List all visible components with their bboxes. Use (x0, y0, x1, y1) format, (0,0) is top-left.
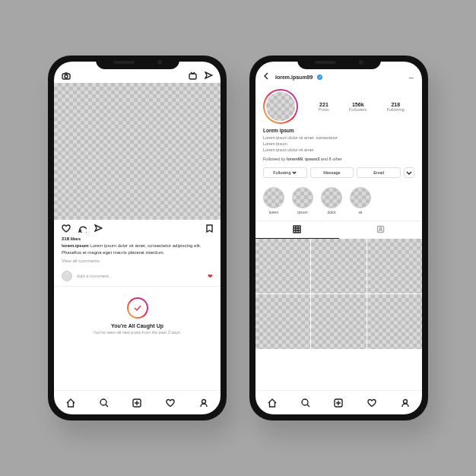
comment-icon[interactable] (78, 224, 87, 233)
stat-following[interactable]: 218 Following (387, 102, 405, 112)
tab-grid[interactable] (255, 221, 339, 239)
svg-point-8 (379, 227, 382, 230)
bio-name: Lorem ipsum (263, 127, 414, 135)
profile-stats: 221 Posts 156k Followers 218 Following (309, 102, 414, 112)
profile-screen: lorem.ipsum99 ⋯ 221 Posts 156k Followers… (255, 62, 422, 414)
grid-post[interactable] (367, 239, 422, 294)
add-post-icon[interactable] (334, 398, 343, 408)
phone-notch (96, 56, 179, 69)
comment-avatar (62, 271, 72, 281)
phone-feed: 218 likes lorem.ipsum Lorem ipsum dolor … (48, 56, 227, 420)
caught-up-panel: You're All Caught Up You've seen all new… (54, 286, 221, 342)
bio-line: Lorem ipsum (263, 141, 414, 147)
share-icon[interactable] (94, 224, 103, 233)
profile-username[interactable]: lorem.ipsum99 (275, 75, 313, 80)
heart-icon[interactable] (62, 224, 71, 233)
highlight-item[interactable]: sit (350, 187, 371, 214)
post-actions (54, 220, 221, 234)
tv-icon[interactable] (189, 71, 197, 80)
highlights-row: lorem ipsum dolor sit (255, 181, 422, 221)
grid-post[interactable] (255, 239, 310, 294)
camera-icon[interactable] (62, 72, 71, 80)
caught-up-title: You're All Caught Up (62, 323, 213, 328)
send-icon[interactable] (205, 71, 213, 80)
add-comment-placeholder: Add a comment... (77, 274, 113, 278)
grid-post[interactable] (367, 294, 422, 349)
highlight-item[interactable]: dolor (321, 187, 342, 214)
suggest-button[interactable] (404, 167, 414, 178)
svg-point-9 (302, 399, 308, 405)
search-icon[interactable] (301, 398, 310, 408)
activity-icon[interactable] (367, 398, 376, 408)
followed-by[interactable]: Followed by lorem99, ipsum3 and 8 other (255, 154, 422, 164)
caption-username[interactable]: lorem.ipsum (62, 243, 89, 248)
more-icon[interactable]: ⋯ (409, 75, 414, 80)
likes-count[interactable]: 218 likes (62, 236, 213, 243)
svg-point-1 (65, 75, 68, 78)
feed-screen: 218 likes lorem.ipsum Lorem ipsum dolor … (54, 62, 221, 414)
profile-avatar[interactable] (263, 89, 298, 124)
add-comment-row[interactable]: Add a comment... ❤ (54, 266, 221, 286)
caught-up-subtitle: You've seen all new posts from the past … (62, 330, 213, 335)
back-icon[interactable] (263, 72, 271, 80)
profile-header: 221 Posts 156k Followers 218 Following (255, 83, 422, 127)
bio-line: Lorem ipsum dolor sit amet (263, 147, 414, 153)
svg-point-3 (100, 399, 106, 405)
view-all-comments[interactable]: View all comments (62, 258, 213, 265)
home-icon[interactable] (66, 398, 75, 408)
grid-post[interactable] (255, 294, 310, 349)
stat-followers[interactable]: 156k Followers (349, 102, 367, 112)
message-button[interactable]: Message (310, 167, 354, 178)
svg-point-5 (202, 399, 206, 403)
svg-rect-6 (294, 226, 300, 233)
bottom-nav (255, 390, 422, 414)
home-icon[interactable] (268, 398, 277, 408)
post-image[interactable] (54, 83, 221, 220)
caught-up-check-icon (127, 297, 148, 319)
phone-profile: lorem.ipsum99 ⋯ 221 Posts 156k Followers… (249, 56, 428, 420)
posts-grid (255, 239, 422, 350)
stat-posts[interactable]: 221 Posts (319, 102, 329, 112)
quick-heart-icon[interactable]: ❤ (208, 273, 213, 280)
following-button[interactable]: Following (263, 167, 307, 178)
activity-icon[interactable] (166, 398, 175, 408)
email-button[interactable]: Email (357, 167, 401, 178)
tab-tagged[interactable] (339, 221, 423, 239)
post-body: 218 likes lorem.ipsum Lorem ipsum dolor … (54, 234, 221, 266)
bookmark-icon[interactable] (206, 224, 213, 233)
phone-notch (297, 56, 381, 69)
highlight-item[interactable]: lorem (263, 187, 284, 214)
profile-bio: Lorem ipsum Lorem ipsum dolor sit amet, … (255, 127, 422, 154)
verified-badge-icon (317, 75, 322, 80)
bio-line: Lorem ipsum dolor sit amet, consectetur (263, 135, 414, 141)
profile-icon[interactable] (199, 398, 208, 408)
profile-tabs (255, 221, 422, 239)
grid-post[interactable] (311, 294, 366, 349)
highlight-item[interactable]: ipsum (292, 187, 313, 214)
svg-rect-2 (189, 74, 196, 79)
add-post-icon[interactable] (132, 398, 141, 408)
grid-post[interactable] (311, 239, 366, 294)
bottom-nav (54, 390, 221, 414)
profile-buttons: Following Message Email (255, 164, 422, 181)
svg-point-11 (404, 399, 408, 403)
search-icon[interactable] (100, 398, 109, 408)
profile-icon[interactable] (401, 398, 410, 408)
